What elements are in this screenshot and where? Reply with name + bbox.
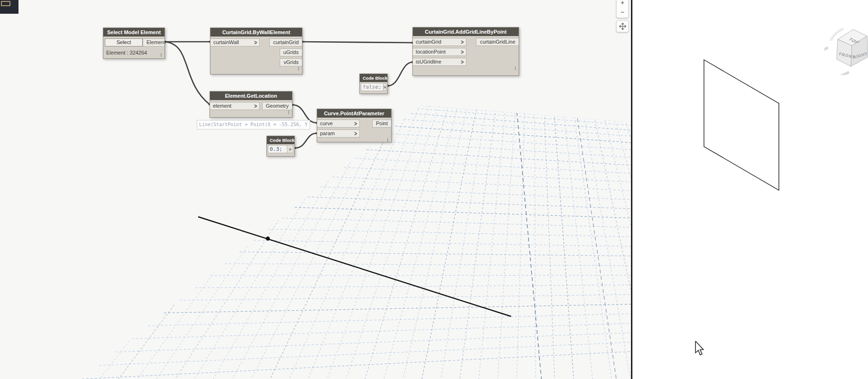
code-block-input[interactable]: false; [361,83,384,91]
selected-element-value: Element : 324264 [103,46,164,55]
viewcube-cube[interactable] [837,29,868,66]
output-port-geometry[interactable]: Geometry [262,102,292,110]
zoom-control-panel: + − [616,0,629,18]
output-port-vgrids[interactable]: vGrids [280,58,302,66]
node-title[interactable]: CurtainGrid.ByWallElement [210,28,302,37]
wire-codeblock-to-param[interactable] [295,133,317,148]
wire-false-to-isugridline[interactable] [388,62,412,86]
input-port-locationpoint[interactable]: locationPoint > [413,48,466,56]
chevron-right-icon: > [461,48,464,56]
output-port-curtaingrid[interactable]: curtainGrid [269,38,302,46]
chevron-right-icon: > [254,38,257,46]
code-block-output-port[interactable]: > [287,145,293,153]
input-port-param[interactable]: param > [317,129,360,138]
output-port-ugrids[interactable]: uGrids [280,48,302,56]
window-corner-fragment [0,0,18,14]
revit-view-panel[interactable]: TOP FRONT RIGHT [631,0,868,379]
geometry-preview-bubble: Line(StartPoint = Point(X = -55.256, Y =… [197,120,310,129]
code-block-output-port[interactable]: > [384,83,386,91]
chevron-right-icon: > [354,129,357,138]
input-port-curve[interactable]: curve > [317,120,360,128]
node-select-model-element[interactable]: Select Model Element Select Element Elem… [103,28,165,59]
zoom-in-button[interactable]: + [617,0,628,8]
node-title[interactable]: Code Block [267,136,294,144]
chevron-right-icon: > [461,58,464,66]
curtain-wall-outline[interactable] [704,60,779,190]
output-port-point[interactable]: Point [372,120,391,128]
dynamo-canvas[interactable]: Select Model Element Select Element Elem… [0,0,632,379]
wire-curtaingrid-to-curtaingrid[interactable] [302,42,412,43]
chevron-right-icon: > [461,38,464,46]
node-code-block-param[interactable]: Code Block 0.3; > [266,136,295,157]
window-mini-icon [1,1,10,6]
input-port-element[interactable]: element > [210,102,260,110]
output-port-element[interactable]: Element [143,38,164,46]
code-block-input[interactable]: 0.3; [268,145,287,153]
node-element-getlocation[interactable]: Element.GetLocation element > Geometry [210,91,292,118]
input-port-curtainwall[interactable]: curtainWall > [210,38,260,46]
wire-element-to-element[interactable] [165,42,210,104]
node-resize-glyph [298,67,299,71]
node-curtaingrid-addgridlinebypoint[interactable]: CurtainGrid.AddGridLineByPoint curtainGr… [412,27,519,76]
pan-move-icon [619,23,626,30]
node-resize-glyph [288,111,289,114]
node-resize-glyph [387,138,388,142]
input-port-isugridline[interactable]: isUGridline > [413,58,466,66]
node-title[interactable]: Curve.PointAtParameter [317,109,391,118]
node-curve-pointatparameter[interactable]: Curve.PointAtParameter curve > param > P… [317,109,392,142]
mouse-cursor-icon [694,341,704,355]
chevron-right-icon: > [254,102,257,110]
node-title[interactable]: CurtainGrid.AddGridLineByPoint [413,28,519,36]
chevron-right-icon: > [354,120,357,128]
viewcube[interactable]: TOP FRONT RIGHT [824,23,868,75]
node-title[interactable]: Select Model Element [103,28,164,37]
zoom-out-button[interactable]: − [617,8,628,18]
pan-button[interactable] [616,20,629,32]
node-title[interactable]: Code Block [360,74,387,82]
select-button[interactable]: Select [105,38,143,46]
node-curtaingrid-bywallelement[interactable]: CurtainGrid.ByWallElement curtainWall > … [210,28,302,74]
node-resize-glyph [515,66,516,70]
node-title[interactable]: Element.GetLocation [210,92,292,100]
node-code-block-false[interactable]: Code Block false; > [359,74,388,94]
wire-layer [0,0,632,379]
input-port-curtaingrid[interactable]: curtainGrid > [413,38,466,46]
output-port-curtaingridline[interactable]: curtainGridLine [476,38,519,46]
node-resize-glyph [161,53,162,57]
